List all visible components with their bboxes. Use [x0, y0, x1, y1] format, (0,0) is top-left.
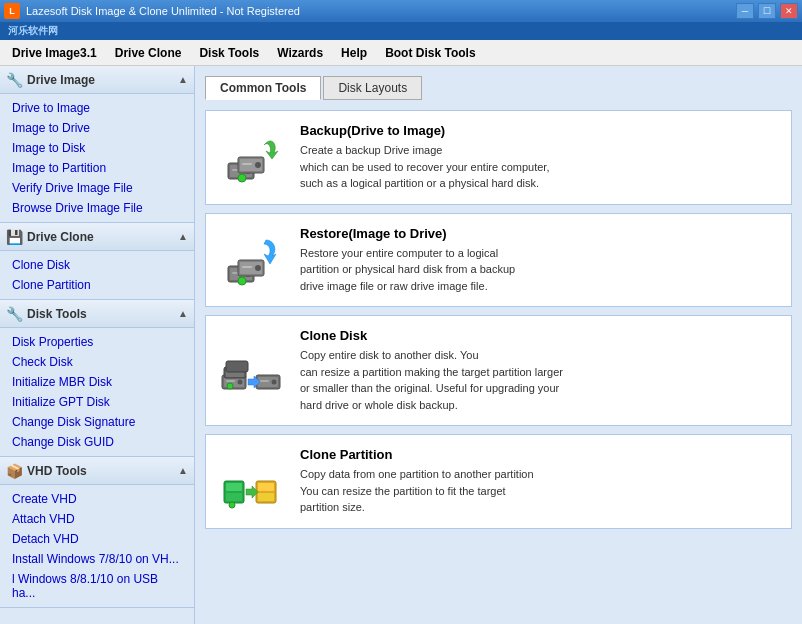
clone-partition-desc: Copy data from one partition to another … — [300, 466, 777, 516]
sidebar-item-browse-drive-image[interactable]: Browse Drive Image File — [0, 198, 194, 218]
vhd-tools-collapse-icon: ▲ — [178, 465, 188, 476]
sidebar-item-image-to-partition[interactable]: Image to Partition — [0, 158, 194, 178]
tabs-bar: Common Tools Disk Layouts — [205, 76, 792, 100]
svg-rect-16 — [242, 266, 252, 268]
svg-point-24 — [272, 379, 277, 384]
sidebar-section-header-drive-clone[interactable]: 💾 Drive Clone ▲ — [0, 223, 194, 251]
drive-image-items: Drive to Image Image to Drive Image to D… — [0, 94, 194, 222]
clone-disk-icon — [220, 339, 284, 403]
sidebar-item-clone-partition[interactable]: Clone Partition — [0, 275, 194, 295]
svg-rect-31 — [226, 483, 242, 491]
drive-clone-label: Drive Clone — [27, 230, 94, 244]
sidebar-item-change-guid[interactable]: Change Disk GUID — [0, 432, 194, 452]
sidebar-item-install-win-vhd[interactable]: Install Windows 7/8/10 on VH... — [0, 549, 194, 569]
sidebar-item-drive-to-image[interactable]: Drive to Image — [0, 98, 194, 118]
svg-rect-28 — [226, 361, 248, 372]
minimize-button[interactable]: ─ — [736, 3, 754, 19]
sidebar-section-header-disk-tools[interactable]: 🔧 Disk Tools ▲ — [0, 300, 194, 328]
svg-rect-34 — [258, 483, 274, 491]
backup-title: Backup(Drive to Image) — [300, 123, 777, 138]
sidebar-item-change-sig[interactable]: Change Disk Signature — [0, 412, 194, 432]
menu-drive-clone[interactable]: Drive Clone — [107, 43, 190, 63]
watermark-text: 河乐软件网 — [8, 24, 58, 38]
svg-point-20 — [238, 379, 243, 384]
svg-point-36 — [229, 502, 235, 508]
close-button[interactable]: ✕ — [780, 3, 798, 19]
window-controls: ─ ☐ ✕ — [736, 3, 798, 19]
svg-rect-21 — [226, 380, 235, 382]
svg-point-29 — [227, 383, 233, 389]
clone-partition-title: Clone Partition — [300, 447, 777, 462]
vhd-tools-label: VHD Tools — [27, 464, 87, 478]
tool-cards-container: Backup(Drive to Image) Create a backup D… — [205, 110, 792, 529]
drive-image-label: Drive Image — [27, 73, 95, 87]
backup-card-text: Backup(Drive to Image) Create a backup D… — [300, 123, 777, 192]
sidebar-item-detach-vhd[interactable]: Detach VHD — [0, 529, 194, 549]
sidebar-item-attach-vhd[interactable]: Attach VHD — [0, 509, 194, 529]
menu-drive-image[interactable]: Drive Image3.1 — [4, 43, 105, 63]
title-bar: L Lazesoft Disk Image & Clone Unlimited … — [0, 0, 802, 22]
svg-point-15 — [255, 265, 261, 271]
disk-tools-collapse-icon: ▲ — [178, 308, 188, 319]
clone-partition-icon — [220, 449, 284, 513]
menu-bar: Drive Image3.1 Drive Clone Disk Tools Wi… — [0, 40, 802, 66]
tool-card-clone-disk[interactable]: Clone Disk Copy entire disk to another d… — [205, 315, 792, 426]
svg-point-17 — [238, 277, 246, 285]
svg-rect-32 — [226, 493, 242, 501]
sidebar-item-install-win-usb[interactable]: l Windows 8/8.1/10 on USB ha... — [0, 569, 194, 603]
vhd-tools-icon: 📦 — [6, 463, 23, 479]
clone-disk-card-text: Clone Disk Copy entire disk to another d… — [300, 328, 777, 413]
disk-tools-icon: 🔧 — [6, 306, 23, 322]
sidebar-item-create-vhd[interactable]: Create VHD — [0, 489, 194, 509]
app-icon: L — [4, 3, 20, 19]
restore-title: Restore(Image to Drive) — [300, 226, 777, 241]
clone-disk-title: Clone Disk — [300, 328, 777, 343]
menu-boot-disk-tools[interactable]: Boot Disk Tools — [377, 43, 483, 63]
sidebar-section-header-drive-image[interactable]: 🔧 Drive Image ▲ — [0, 66, 194, 94]
title-text: Lazesoft Disk Image & Clone Unlimited - … — [26, 5, 300, 17]
clone-partition-card-text: Clone Partition Copy data from one parti… — [300, 447, 777, 516]
sidebar-section-drive-clone: 💾 Drive Clone ▲ Clone Disk Clone Partiti… — [0, 223, 194, 300]
restore-card-text: Restore(Image to Drive) Restore your ent… — [300, 226, 777, 295]
sidebar: 🔧 Drive Image ▲ Drive to Image Image to … — [0, 66, 195, 624]
disk-tools-label: Disk Tools — [27, 307, 87, 321]
svg-point-8 — [238, 174, 246, 182]
restore-desc: Restore your entire computer to a logica… — [300, 245, 777, 295]
sidebar-section-vhd-tools: 📦 VHD Tools ▲ Create VHD Attach VHD Deta… — [0, 457, 194, 608]
backup-icon — [220, 125, 284, 189]
sidebar-section-disk-tools: 🔧 Disk Tools ▲ Disk Properties Check Dis… — [0, 300, 194, 457]
sidebar-item-image-to-drive[interactable]: Image to Drive — [0, 118, 194, 138]
sidebar-item-verify-drive-image[interactable]: Verify Drive Image File — [0, 178, 194, 198]
svg-point-6 — [255, 162, 261, 168]
sidebar-item-clone-disk[interactable]: Clone Disk — [0, 255, 194, 275]
backup-desc: Create a backup Drive imagewhich can be … — [300, 142, 777, 192]
drive-clone-collapse-icon: ▲ — [178, 231, 188, 242]
sidebar-item-init-mbr[interactable]: Initialize MBR Disk — [0, 372, 194, 392]
sidebar-item-check-disk[interactable]: Check Disk — [0, 352, 194, 372]
tool-card-clone-partition[interactable]: Clone Partition Copy data from one parti… — [205, 434, 792, 529]
drive-clone-items: Clone Disk Clone Partition — [0, 251, 194, 299]
menu-help[interactable]: Help — [333, 43, 375, 63]
restore-icon — [220, 228, 284, 292]
sidebar-item-image-to-disk[interactable]: Image to Disk — [0, 138, 194, 158]
sidebar-item-disk-properties[interactable]: Disk Properties — [0, 332, 194, 352]
content-area: Common Tools Disk Layouts — [195, 66, 802, 624]
sidebar-section-header-vhd-tools[interactable]: 📦 VHD Tools ▲ — [0, 457, 194, 485]
svg-rect-25 — [260, 380, 269, 382]
drive-image-icon: 🔧 — [6, 72, 23, 88]
tool-card-restore[interactable]: Restore(Image to Drive) Restore your ent… — [205, 213, 792, 308]
drive-clone-icon: 💾 — [6, 229, 23, 245]
drive-image-collapse-icon: ▲ — [178, 74, 188, 85]
menu-disk-tools[interactable]: Disk Tools — [191, 43, 267, 63]
tool-card-backup[interactable]: Backup(Drive to Image) Create a backup D… — [205, 110, 792, 205]
main-container: 🔧 Drive Image ▲ Drive to Image Image to … — [0, 66, 802, 624]
sidebar-section-drive-image: 🔧 Drive Image ▲ Drive to Image Image to … — [0, 66, 194, 223]
tab-common-tools[interactable]: Common Tools — [205, 76, 321, 100]
menu-wizards[interactable]: Wizards — [269, 43, 331, 63]
clone-disk-desc: Copy entire disk to another disk. Youcan… — [300, 347, 777, 413]
maximize-button[interactable]: ☐ — [758, 3, 776, 19]
vhd-tools-items: Create VHD Attach VHD Detach VHD Install… — [0, 485, 194, 607]
watermark-strip: 河乐软件网 — [0, 22, 802, 40]
tab-disk-layouts[interactable]: Disk Layouts — [323, 76, 422, 100]
sidebar-item-init-gpt[interactable]: Initialize GPT Disk — [0, 392, 194, 412]
